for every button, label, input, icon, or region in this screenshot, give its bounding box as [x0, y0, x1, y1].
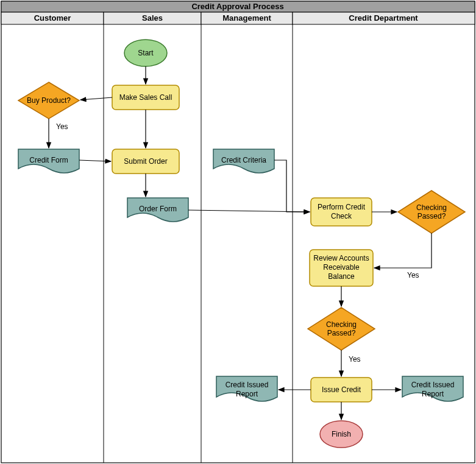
credit-issued-report-right-label-1: Credit Issued [411, 381, 455, 389]
edge-label-yes-3: Yes [349, 355, 361, 364]
order-form-label: Order Form [139, 205, 177, 213]
perform-credit-check-label-1: Perform Credit [318, 203, 366, 211]
lane-title-credit: Credit Department [349, 13, 418, 23]
lane-title-management: Management [222, 13, 271, 23]
issue-credit-label: Issue Credit [322, 385, 361, 394]
credit-issued-report-left-label-2: Report [236, 390, 258, 398]
review-ar-label-3: Balance [328, 272, 355, 281]
diagram-title: Credit Approval Process [191, 2, 283, 11]
credit-form-label: Credit Form [29, 156, 68, 164]
credit-criteria-label: Credit Criteria [221, 156, 266, 164]
buy-product-label: Buy Product? [27, 96, 71, 105]
edge-criteria-to-pcc [274, 160, 310, 212]
review-ar-label-2: Receivable [323, 263, 360, 272]
checking-passed-2-label-1: Checking [326, 320, 357, 329]
review-ar-label-1: Review Accounts [313, 254, 369, 262]
submit-order-label: Submit Order [124, 157, 167, 166]
make-sales-call-label: Make Sales Call [119, 93, 172, 102]
flowchart: Credit Approval Process Customer Sales M… [0, 0, 476, 464]
checking-passed-2-label-2: Passed? [327, 329, 356, 337]
edge-label-yes-1: Yes [56, 122, 68, 131]
edge-label-yes-2: Yes [407, 271, 419, 279]
credit-issued-report-right-label-2: Report [422, 390, 444, 398]
lane-title-customer: Customer [34, 13, 71, 23]
edge-cp1-to-review [374, 233, 432, 268]
checking-passed-1-label-1: Checking [416, 203, 447, 212]
finish-label: Finish [332, 430, 351, 438]
checking-passed-1-label-2: Passed? [417, 212, 446, 220]
credit-issued-report-left-label-1: Credit Issued [226, 381, 269, 389]
start-label: Start [138, 49, 154, 57]
lane-title-sales: Sales [142, 13, 163, 23]
edge-sales-call-to-buy [80, 97, 112, 100]
perform-credit-check-label-2: Check [331, 212, 352, 220]
edge-credit-form-to-submit [79, 160, 111, 161]
